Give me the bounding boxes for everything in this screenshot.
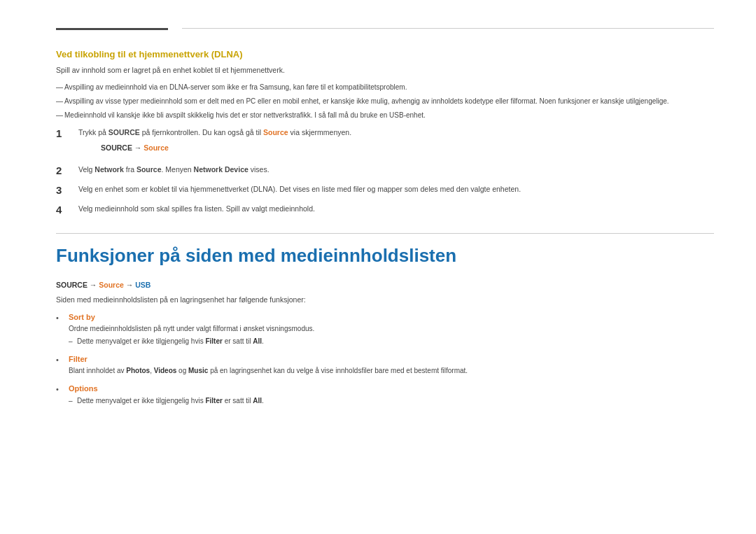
dlna-title: Ved tilkobling til et hjemmenettverk (DL… bbox=[56, 49, 714, 59]
step-3-num: 3 bbox=[56, 184, 76, 197]
options-subdash: Dette menyvalget er ikke tilgjengelig hv… bbox=[56, 395, 714, 406]
bullet-options-row: • Options bbox=[56, 384, 714, 393]
sort-by-subdash: Dette menyvalget er ikke tilgjengelig hv… bbox=[56, 336, 714, 346]
step-3-content: Velg en enhet som er koblet til via hjem… bbox=[78, 184, 714, 195]
bullet-filter-row: • Filter bbox=[56, 355, 714, 364]
bullet-list: • Sort by Ordne medieinnholdslisten på n… bbox=[56, 313, 714, 406]
step-4-content: Velg medieinnhold som skal spilles fra l… bbox=[78, 204, 714, 215]
bullet-dot-3: • bbox=[56, 384, 69, 393]
dlna-intro: Spill av innhold som er lagret på en enh… bbox=[56, 65, 714, 76]
options-label: Options bbox=[69, 384, 98, 393]
step-2: 2 Velg Network fra Source. Menyen Networ… bbox=[56, 164, 714, 177]
dash-item-2: Avspilling av visse typer medieinnhold s… bbox=[56, 96, 714, 106]
sort-by-desc: Ordne medieinnholdslisten på nytt under … bbox=[56, 323, 714, 334]
top-border-left bbox=[56, 28, 168, 30]
top-border-right bbox=[182, 28, 714, 29]
step-4: 4 Velg medieinnhold som skal spilles fra… bbox=[56, 204, 714, 216]
step-3: 3 Velg en enhet som er koblet til via hj… bbox=[56, 184, 714, 197]
step-1: 1 Trykk på SOURCE på fjernkontrollen. Du… bbox=[56, 127, 714, 158]
page: Ved tilkobling til et hjemmenettverk (DL… bbox=[0, 0, 756, 534]
source-usb-line: SOURCE → Source → USB bbox=[56, 281, 714, 289]
bullet-options: • Options Dette menyvalget er ikke tilgj… bbox=[56, 384, 714, 406]
dash-item-1: Avspilling av medieinnhold via en DLNA-s… bbox=[56, 82, 714, 92]
step-4-num: 4 bbox=[56, 204, 76, 216]
sort-by-label: Sort by bbox=[69, 313, 95, 321]
step-2-content: Velg Network fra Source. Menyen Network … bbox=[78, 164, 714, 176]
dash-item-3: Medieinnhold vil kanskje ikke bli avspil… bbox=[56, 110, 714, 120]
step-2-num: 2 bbox=[56, 164, 76, 177]
bullet-dot-1: • bbox=[56, 313, 69, 322]
bullet-filter: • Filter Blant innholdet av Photos, Vide… bbox=[56, 355, 714, 376]
main-heading: Funksjoner på siden med medieinnholdslis… bbox=[56, 245, 714, 267]
bullet-sort-by-row: • Sort by bbox=[56, 313, 714, 322]
functions-intro: Siden med medieinnholdslisten på en lagr… bbox=[56, 295, 714, 306]
step-1-content: Trykk på SOURCE på fjernkontrollen. Du k… bbox=[78, 127, 714, 158]
filter-label: Filter bbox=[69, 355, 88, 363]
bullet-dot-2: • bbox=[56, 355, 69, 364]
step-1-source-line: SOURCE → Source bbox=[101, 143, 714, 154]
steps-list: 1 Trykk på SOURCE på fjernkontrollen. Du… bbox=[56, 127, 714, 217]
step-1-num: 1 bbox=[56, 127, 76, 140]
filter-desc: Blant innholdet av Photos, Videos og Mus… bbox=[56, 365, 714, 376]
dlna-section: Ved tilkobling til et hjemmenettverk (DL… bbox=[56, 49, 714, 216]
bullet-sort-by: • Sort by Ordne medieinnholdslisten på n… bbox=[56, 313, 714, 346]
section-divider bbox=[56, 233, 714, 234]
